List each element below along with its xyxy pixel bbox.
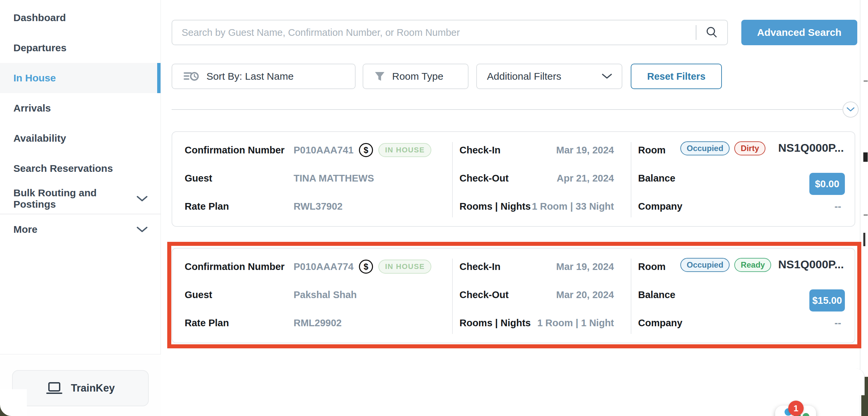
rate-plan-label: Rate Plan	[185, 200, 229, 213]
cutoff-fragment	[863, 233, 865, 246]
guest-name: TINA MATTHEWS	[293, 171, 374, 185]
window-corner	[844, 369, 865, 395]
guest-label: Guest	[185, 288, 212, 301]
chevron-down-icon	[846, 107, 855, 112]
sort-icon	[184, 71, 199, 82]
rooms-nights-value: 1 Room | 1 Night	[491, 316, 614, 329]
sidebar: Dashboard Departures In House Arrivals A…	[0, 0, 161, 416]
sidebar-item-label: Arrivals	[13, 102, 51, 114]
sidebar-item-label: More	[13, 224, 37, 235]
balance-label: Balance	[638, 288, 675, 301]
confirmation-label: Confirmation Number	[185, 143, 284, 157]
sidebar-item-label: Search Reservations	[13, 163, 113, 174]
card-divider	[452, 142, 453, 217]
confirmation-group: P010AAA741 $ IN HOUSE	[293, 141, 431, 159]
sidebar-item-availability[interactable]: Availability	[0, 123, 160, 153]
status-badge: IN HOUSE	[378, 260, 431, 274]
confirmation-group: P010AAA774 $ IN HOUSE	[293, 257, 431, 276]
housekeeping-badge: Dirty	[734, 141, 766, 155]
card-divider	[631, 142, 631, 217]
additional-filters-label: Additional Filters	[487, 71, 561, 82]
balance-button[interactable]: $0.00	[809, 173, 845, 195]
rate-plan-value: RWL37902	[293, 200, 342, 213]
sidebar-item-departures[interactable]: Departures	[0, 33, 160, 63]
rate-plan-value: RML29902	[293, 316, 341, 329]
sidebar-item-more[interactable]: More	[0, 214, 160, 245]
search-input[interactable]	[172, 21, 696, 44]
company-label: Company	[638, 316, 682, 329]
guest-name: Pakshal Shah	[293, 288, 357, 301]
check-in-date: Mar 19, 2024	[491, 143, 614, 157]
reservation-card-selected[interactable]: Confirmation Number P010AAA774 $ IN HOUS…	[172, 248, 855, 343]
check-out-date: Mar 20, 2024	[491, 288, 614, 301]
cutoff-fragment	[863, 152, 868, 162]
room-label: Room	[638, 260, 665, 273]
reset-filters-button[interactable]: Reset Filters	[631, 64, 722, 89]
check-in-date: Mar 19, 2024	[491, 260, 614, 273]
room-type-filter[interactable]: Room Type	[363, 64, 468, 89]
rooms-nights-value: 1 Room | 33 Night	[491, 200, 614, 213]
card-divider	[452, 259, 453, 334]
sidebar-nav: Dashboard Departures In House Arrivals A…	[0, 3, 160, 245]
confirmation-number: P010AAA741	[293, 145, 353, 156]
sidebar-item-dashboard[interactable]: Dashboard	[0, 3, 160, 33]
additional-filters-dropdown[interactable]: Additional Filters	[476, 64, 622, 89]
room-type-label: Room Type	[392, 71, 443, 82]
guest-label: Guest	[185, 171, 212, 185]
status-badge: IN HOUSE	[378, 143, 431, 157]
confirmation-label: Confirmation Number	[185, 260, 284, 273]
cutoff-fragment	[864, 81, 868, 82]
search-divider	[696, 25, 696, 40]
sidebar-item-label: Dashboard	[13, 12, 66, 24]
window-corner	[0, 389, 27, 416]
occupancy-badge: Occupied	[680, 141, 730, 155]
balance-label: Balance	[638, 171, 675, 185]
advanced-search-button[interactable]: Advanced Search	[741, 20, 857, 45]
chevron-down-icon	[136, 226, 148, 233]
card-divider	[631, 259, 631, 334]
company-label: Company	[638, 200, 682, 213]
check-out-date: Apr 21, 2024	[491, 171, 614, 185]
collapse-toggle[interactable]	[842, 101, 859, 118]
main-content: Advanced Search Sort By: Last Name	[161, 0, 860, 416]
chevron-down-icon	[601, 73, 612, 79]
room-status-badges: Occupied Dirty	[680, 141, 766, 155]
reservation-card[interactable]: Confirmation Number P010AAA741 $ IN HOUS…	[172, 131, 855, 227]
sidebar-item-in-house[interactable]: In House	[0, 63, 160, 93]
chevron-down-icon	[136, 195, 148, 202]
in-house-page: Dashboard Departures In House Arrivals A…	[0, 0, 868, 416]
room-status-badges: Occupied Ready	[680, 258, 771, 272]
trainkey-button[interactable]: TrainKey	[12, 370, 149, 406]
sort-by-dropdown[interactable]: Sort By: Last Name	[172, 64, 355, 89]
sidebar-item-label: In House	[13, 72, 56, 84]
room-number: NS1Q000P...	[778, 141, 844, 154]
search-bar	[172, 20, 728, 45]
rate-plan-label: Rate Plan	[185, 316, 229, 329]
trainkey-label: TrainKey	[71, 382, 115, 394]
sidebar-item-bulk-routing-postings[interactable]: Bulk Routing and Postings	[0, 184, 160, 214]
room-label: Room	[638, 143, 665, 157]
housekeeping-badge: Ready	[734, 258, 771, 272]
occupancy-badge: Occupied	[680, 258, 730, 272]
payment-icon[interactable]: $	[359, 143, 373, 157]
sidebar-item-search-reservations[interactable]: Search Reservations	[0, 153, 160, 184]
company-value: --	[835, 316, 841, 329]
right-edge-strip	[860, 0, 868, 416]
cutoff-fragment	[864, 214, 868, 216]
balance-button[interactable]: $15.00	[809, 289, 845, 312]
sidebar-item-label: Availability	[13, 133, 66, 144]
sidebar-item-label: Bulk Routing and Postings	[13, 187, 136, 210]
payment-icon[interactable]: $	[359, 260, 373, 274]
funnel-icon	[374, 71, 385, 82]
company-value: --	[835, 200, 841, 213]
search-icon[interactable]	[705, 26, 718, 39]
results-divider	[172, 109, 843, 110]
room-number: NS1Q000P...	[778, 258, 844, 271]
sidebar-item-label: Departures	[13, 42, 66, 54]
notification-badge: 1	[788, 401, 804, 416]
confirmation-number: P010AAA774	[293, 261, 353, 272]
sort-by-label: Sort By: Last Name	[207, 71, 293, 82]
laptop-icon	[46, 382, 62, 394]
sidebar-item-arrivals[interactable]: Arrivals	[0, 93, 160, 123]
